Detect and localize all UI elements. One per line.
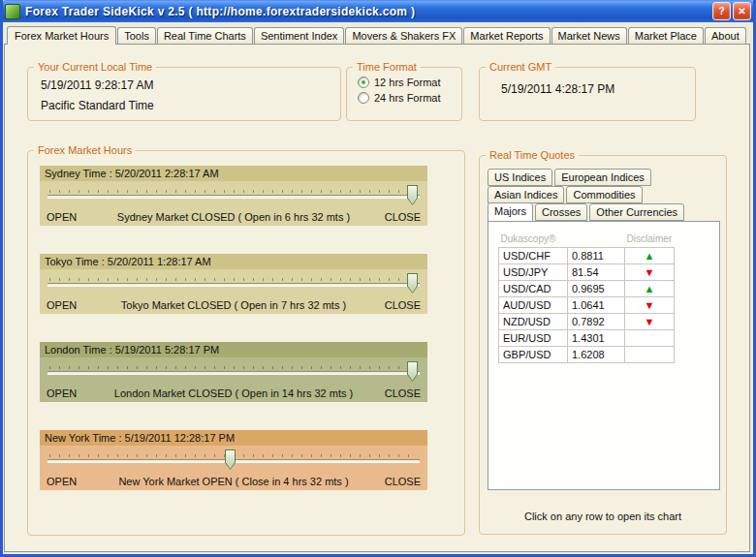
price-cell: 1.0641 (568, 297, 625, 314)
main-tabstrip: Forex Market Hours Tools Real Time Chart… (7, 26, 751, 44)
quote-row-usdcad[interactable]: USD/CAD 0.9695 ▲ (499, 281, 675, 297)
pair-cell: USD/CAD (499, 281, 568, 297)
open-label: OPEN (47, 211, 105, 223)
tab-us-indices[interactable]: US Indices (488, 169, 552, 186)
market-hours-group: Forex Market Hours Sydney Time : 5/20/20… (27, 144, 465, 536)
radio-24hrs-row[interactable]: 24 hrs Format (358, 92, 461, 104)
title-bar: Forex Trader SideKick v 2.5 ( http://hom… (0, 0, 756, 22)
market-blocks: Sydney Time : 5/20/2011 2:28:17 AM OPEN … (28, 156, 464, 490)
market-hours-title: Forex Market Hours (34, 144, 136, 156)
tab-commodities[interactable]: Commodities (566, 186, 642, 203)
gmt-datetime: 5/19/2011 4:28:17 PM (501, 82, 695, 96)
tab-forex-market-hours[interactable]: Forex Market Hours (7, 26, 116, 45)
price-cell: 81.54 (568, 264, 625, 281)
tokyo-slider-thumb[interactable] (407, 273, 418, 294)
radio-24hrs[interactable] (358, 92, 369, 104)
trend-arrow-icon: ▲ (625, 248, 675, 264)
open-label: OPEN (47, 387, 105, 399)
tab-european-indices[interactable]: European Indices (554, 169, 651, 186)
quote-row-gbpusd[interactable]: GBP/USD 1.6208 (499, 347, 675, 363)
quote-row-usdchf[interactable]: USD/CHF 0.8811 ▲ (499, 248, 675, 264)
london-trackbar[interactable] (40, 357, 427, 386)
radio-12hrs-label: 12 hrs Format (374, 77, 440, 88)
tab-movers-shakers-fx[interactable]: Movers & Shakers FX (345, 27, 462, 44)
tab-market-news[interactable]: Market News (551, 27, 627, 44)
sydney-slider-thumb[interactable] (407, 185, 418, 205)
gmt-title: Current GMT (486, 61, 555, 73)
tab-majors[interactable]: Majors (488, 202, 533, 222)
sydney-trackbar[interactable] (40, 181, 427, 209)
quote-row-eurusd[interactable]: EUR/USD 1.4301 (499, 330, 675, 347)
trend-arrow-icon (625, 347, 675, 363)
market-block-tokyo: Tokyo Time : 5/20/2011 1:28:17 AM OPEN T… (40, 254, 427, 314)
london-labels: OPEN London Market CLOSED ( Open in 14 h… (40, 386, 427, 401)
open-label: OPEN (47, 299, 105, 311)
close-button[interactable]: ✕ (733, 2, 751, 20)
trend-arrow-icon: ▼ (625, 264, 675, 281)
local-timezone: Pacific Standard Time (41, 99, 340, 112)
disclaimer-link[interactable]: Disclaimer (625, 233, 675, 248)
pair-cell: EUR/USD (499, 330, 568, 347)
trackbar-groove (47, 283, 420, 287)
tab-market-reports[interactable]: Market Reports (463, 27, 550, 44)
local-datetime: 5/19/2011 9:28:17 AM (41, 78, 340, 92)
quotes-footer-hint: Click on any row to open its chart (480, 511, 726, 522)
tokyo-labels: OPEN Tokyo Market CLOSED ( Open in 7 hrs… (40, 297, 427, 313)
time-format-group: Time Format 12 hrs Format 24 hrs Format (346, 61, 462, 121)
price-cell: 0.7892 (568, 314, 625, 330)
radio-12hrs-row[interactable]: 12 hrs Format (358, 77, 461, 88)
quotes-tabstrip: US Indices European Indices Asian Indice… (488, 169, 726, 221)
tokyo-trackbar[interactable] (40, 269, 427, 297)
price-cell: 1.6208 (568, 347, 625, 363)
real-time-quotes-group: Real Time Quotes US Indices European Ind… (479, 149, 727, 535)
trackbar-groove (47, 195, 420, 199)
pair-cell: AUD/USD (499, 297, 568, 314)
tab-real-time-charts[interactable]: Real Time Charts (157, 27, 253, 44)
close-label: CLOSE (362, 299, 421, 311)
local-time-group: Your Current Local Time 5/19/2011 9:28:1… (27, 61, 341, 121)
close-label: CLOSE (362, 387, 421, 399)
trackbar-groove (47, 371, 420, 375)
trackbar-ticks (49, 190, 418, 193)
quotes-title: Real Time Quotes (486, 149, 579, 161)
close-label: CLOSE (362, 211, 421, 223)
sydney-time-header: Sydney Time : 5/20/2011 2:28:17 AM (40, 166, 427, 181)
majors-panel: Dukascopy® Disclaimer USD/CHF 0.8811 ▲ U… (488, 221, 720, 490)
trackbar-ticks (49, 366, 418, 369)
price-cell: 0.9695 (568, 281, 625, 297)
tab-other-currencies[interactable]: Other Currencies (589, 203, 684, 221)
app-icon (5, 4, 20, 19)
forex-market-hours-page: Your Current Local Time 5/19/2011 9:28:1… (4, 44, 750, 552)
quotes-tabrow-1: US Indices European Indices (488, 169, 726, 186)
newyork-time-header: New York Time : 5/19/2011 12:28:17 PM (40, 430, 427, 446)
quotes-tabrow-2: Asian Indices Commodities (488, 186, 726, 203)
gmt-group: Current GMT 5/19/2011 4:28:17 PM (479, 61, 696, 121)
tab-sentiment-index[interactable]: Sentiment Index (254, 27, 345, 44)
radio-24hrs-label: 24 hrs Format (374, 92, 440, 104)
tab-about[interactable]: About (705, 27, 746, 44)
trend-arrow-icon: ▼ (625, 297, 675, 314)
quotes-tabrow-3: Majors Crosses Other Currencies (488, 203, 726, 221)
tab-crosses[interactable]: Crosses (535, 203, 587, 221)
quote-row-nzdusd[interactable]: NZD/USD 0.7892 ▼ (499, 314, 675, 330)
trend-arrow-icon: ▼ (625, 314, 675, 330)
close-label: CLOSE (362, 476, 421, 487)
market-block-london: London Time : 5/19/2011 5:28:17 PM OPEN … (40, 342, 427, 402)
tab-asian-indices[interactable]: Asian Indices (488, 186, 564, 203)
window-title: Forex Trader SideKick v 2.5 ( http://hom… (25, 5, 708, 18)
local-time-title: Your Current Local Time (34, 61, 156, 73)
quote-row-usdjpy[interactable]: USD/JPY 81.54 ▼ (499, 264, 675, 281)
sydney-labels: OPEN Sydney Market CLOSED ( Open in 6 hr… (40, 209, 427, 225)
tab-tools[interactable]: Tools (117, 27, 156, 44)
quote-row-audusd[interactable]: AUD/USD 1.0641 ▼ (499, 297, 675, 314)
pair-cell: USD/CHF (499, 248, 568, 264)
market-block-sydney: Sydney Time : 5/20/2011 2:28:17 AM OPEN … (40, 166, 427, 226)
radio-12hrs[interactable] (358, 77, 369, 88)
help-button[interactable]: ? (712, 2, 731, 20)
tab-market-place[interactable]: Market Place (628, 27, 704, 44)
newyork-slider-thumb[interactable] (225, 449, 236, 470)
newyork-trackbar[interactable] (40, 446, 427, 474)
open-label: OPEN (47, 476, 105, 487)
newyork-labels: OPEN New York Market OPEN ( Close in 4 h… (40, 474, 427, 489)
london-slider-thumb[interactable] (407, 361, 418, 382)
